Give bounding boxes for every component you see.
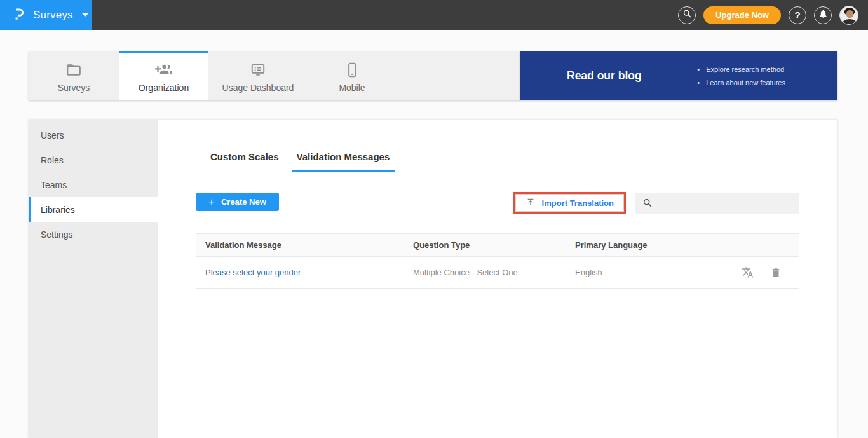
module-tab-label: Organization	[139, 83, 189, 93]
tab-custom-scales[interactable]: Custom Scales	[205, 146, 284, 172]
smartphone-icon	[344, 62, 360, 78]
library-tabs: Custom Scales Validation Messages	[196, 146, 799, 172]
module-tab-organization[interactable]: Organization	[119, 51, 208, 100]
search-icon	[682, 9, 692, 21]
secondary-nav-row: Surveys Organization Usag	[29, 51, 837, 100]
toolbar-right: Import Translation	[513, 192, 799, 214]
plus-icon: +	[208, 196, 215, 207]
product-name: Surveys	[33, 9, 73, 22]
folder-icon	[65, 62, 82, 78]
blog-banner[interactable]: Read our blog Explore research method Le…	[520, 51, 837, 100]
topbar-actions: Upgrade Now ?	[678, 6, 868, 25]
annotation-highlight-box: Import Translation	[513, 192, 626, 214]
help-button[interactable]: ?	[789, 6, 806, 24]
libraries-content: Custom Scales Validation Messages + Crea…	[158, 120, 837, 438]
primary-language-cell: English	[575, 268, 742, 277]
avatar-face	[846, 10, 853, 18]
module-tab-usage-dashboard[interactable]: Usage Dashboard	[208, 51, 308, 100]
sidebar-item-settings[interactable]: Settings	[29, 222, 158, 247]
create-new-button[interactable]: + Create New	[196, 193, 279, 211]
translate-icon[interactable]	[742, 266, 754, 278]
settings-sidebar: Users Roles Teams Libraries Settings	[29, 120, 158, 438]
avatar-shirt	[843, 19, 857, 25]
group-add-icon	[155, 61, 172, 78]
header-question-type: Question Type	[413, 240, 575, 250]
sidebar-item-users[interactable]: Users	[29, 123, 158, 147]
banner-bullet: Learn about new features	[697, 76, 785, 90]
banner-title[interactable]: Read our blog	[567, 69, 642, 83]
validation-message-link[interactable]: Please select your gender	[205, 268, 301, 277]
tab-validation-messages[interactable]: Validation Messages	[292, 146, 395, 172]
banner-bullet: Explore research method	[697, 63, 785, 76]
product-switcher[interactable]: Surveys	[0, 0, 92, 30]
upload-icon	[526, 197, 536, 209]
question-mark-icon: ?	[794, 10, 800, 20]
table-row: Please select your gender Multiple Choic…	[196, 257, 799, 289]
header-validation-message: Validation Message	[196, 240, 413, 250]
module-tab-label: Mobile	[339, 83, 365, 93]
chevron-down-icon	[82, 13, 88, 17]
user-avatar[interactable]	[839, 6, 858, 25]
search-icon	[642, 198, 653, 210]
table-header-row: Validation Message Question Type Primary…	[196, 233, 799, 257]
question-type-cell: Multiple Choice - Select One	[413, 268, 575, 277]
module-tab-label: Surveys	[58, 83, 90, 93]
global-search-button[interactable]	[678, 6, 696, 24]
search-input[interactable]	[658, 193, 799, 214]
questionpro-logo-icon	[13, 6, 27, 24]
notifications-button[interactable]	[814, 6, 832, 24]
upgrade-now-button[interactable]: Upgrade Now	[703, 6, 781, 24]
import-translation-label: Import Translation	[542, 198, 614, 208]
module-tab-mobile[interactable]: Mobile	[308, 51, 397, 100]
table-search-box[interactable]	[635, 193, 799, 214]
module-tabs: Surveys Organization Usag	[29, 51, 520, 100]
main-card: Users Roles Teams Libraries Settings Cus…	[29, 120, 837, 438]
dashboard-icon	[250, 62, 266, 78]
validation-messages-table: Validation Message Question Type Primary…	[196, 233, 799, 289]
bell-icon	[818, 9, 828, 21]
create-new-label: Create New	[221, 197, 266, 207]
banner-bullet-list: Explore research method Learn about new …	[697, 63, 785, 90]
row-actions	[742, 266, 799, 278]
import-translation-button[interactable]: Import Translation	[515, 194, 624, 212]
sidebar-item-roles[interactable]: Roles	[29, 147, 158, 172]
delete-icon[interactable]	[770, 267, 782, 278]
toolbar: + Create New Import Translation	[196, 192, 799, 214]
sidebar-item-libraries[interactable]: Libraries	[29, 197, 158, 222]
header-primary-language: Primary Language	[575, 240, 782, 250]
sidebar-item-teams[interactable]: Teams	[29, 172, 158, 197]
module-tab-label: Usage Dashboard	[222, 83, 294, 93]
module-tab-surveys[interactable]: Surveys	[29, 51, 119, 100]
topbar: Surveys Upgrade Now ?	[0, 0, 868, 30]
